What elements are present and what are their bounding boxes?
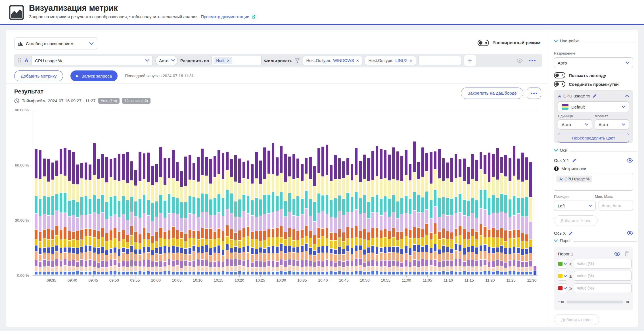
unit-select[interactable]: Авто [558,119,592,130]
bar[interactable] [247,110,250,275]
bar[interactable] [438,110,441,275]
bar[interactable] [130,110,133,275]
bar[interactable] [105,110,108,275]
bar[interactable] [500,110,503,275]
bar[interactable] [475,110,478,275]
add-filter-button[interactable]: + [464,55,476,66]
bar[interactable] [72,110,75,275]
resolution-select[interactable]: Авто [554,57,633,68]
eye-icon[interactable] [614,252,620,256]
show-legend-toggle[interactable] [554,72,565,78]
bar[interactable] [388,110,391,275]
connect-gaps-toggle[interactable] [554,81,565,87]
bar[interactable] [280,110,283,275]
override-color-button[interactable]: Переопределить цвет [558,133,629,143]
threshold-color-select[interactable] [558,271,567,281]
visibility-eye-icon[interactable] [517,59,523,63]
bar[interactable] [122,110,125,275]
bar[interactable] [509,110,511,275]
section-threshold[interactable]: Порог [554,238,637,243]
bar[interactable] [292,110,295,275]
bar[interactable] [263,110,266,275]
threshold-color-select[interactable] [558,259,567,268]
bar[interactable] [134,110,137,275]
bar[interactable] [151,110,154,275]
bar[interactable] [371,110,374,275]
filter-tag-linux[interactable]: Host:Os type: LINUX ✕ [365,56,416,65]
bar[interactable] [276,110,279,275]
bar[interactable] [296,110,299,275]
bar[interactable] [446,110,449,275]
bar[interactable] [168,110,171,275]
docs-link[interactable]: Просмотр документации [201,14,249,19]
bar[interactable] [218,110,220,275]
bar[interactable] [189,110,191,275]
filter-tag-windows[interactable]: Host:Os type: WINDOWS ✕ [303,56,362,65]
bar[interactable] [376,110,379,275]
bar[interactable] [471,110,474,275]
bar[interactable] [321,110,324,275]
bar[interactable] [396,110,399,275]
axis-metric-chip[interactable]: A: CPU usage % [557,176,592,182]
bar[interactable] [259,110,262,275]
bar[interactable] [222,110,225,275]
bar[interactable] [305,110,308,275]
bar[interactable] [64,110,66,275]
axis-metric-box[interactable]: A: CPU usage % [554,173,633,191]
bar[interactable] [55,110,58,275]
format-select[interactable]: Авто [595,119,629,130]
pencil-icon[interactable] [592,94,597,98]
pin-to-dashboard-button[interactable]: Закрепить на дашборде [461,88,523,99]
bar[interactable] [114,110,116,275]
bar[interactable] [80,110,83,275]
bar[interactable] [209,110,212,275]
threshold-color-select[interactable] [558,283,567,293]
bar[interactable] [346,110,349,275]
bar[interactable] [101,110,104,275]
bar[interactable] [251,110,254,275]
aggregation-select[interactable]: Авто [155,56,178,65]
bar[interactable] [60,110,62,275]
split-by-input[interactable]: Host ✕ [212,56,262,65]
bar[interactable] [226,110,229,275]
bar[interactable] [301,110,304,275]
bar[interactable] [392,110,395,275]
bar[interactable] [313,110,316,275]
bar[interactable] [342,110,345,275]
chevron-up-icon[interactable] [625,95,629,97]
bar[interactable] [155,110,158,275]
bar[interactable] [288,110,291,275]
bar[interactable] [359,110,362,275]
bar[interactable] [176,110,179,275]
minmax-input[interactable] [599,201,633,211]
bar[interactable] [413,110,416,275]
bar[interactable] [496,110,499,275]
bar[interactable] [334,110,337,275]
bar[interactable] [172,110,175,275]
bar[interactable] [147,110,150,275]
bar[interactable] [51,110,54,275]
bar[interactable] [139,110,141,275]
bar[interactable] [463,110,466,275]
bar[interactable] [68,110,71,275]
bar[interactable] [35,110,37,275]
bar[interactable] [184,110,187,275]
pencil-icon[interactable] [568,231,573,236]
bar[interactable] [363,110,366,275]
bar[interactable] [76,110,79,275]
bar[interactable] [459,110,461,275]
bar[interactable] [421,110,424,275]
section-settings[interactable]: Настройки [554,39,637,43]
bar[interactable] [455,110,457,275]
bar[interactable] [110,110,112,275]
result-more-button[interactable] [527,88,541,99]
add-threshold-button[interactable]: Добавить порог [554,314,599,325]
bar[interactable] [367,110,370,275]
filter-input[interactable] [419,56,461,65]
bar[interactable] [39,110,42,275]
bar[interactable] [267,110,270,275]
pencil-icon[interactable] [572,158,576,163]
bar[interactable] [89,110,91,275]
bar[interactable] [272,110,275,275]
bar[interactable] [143,110,146,275]
